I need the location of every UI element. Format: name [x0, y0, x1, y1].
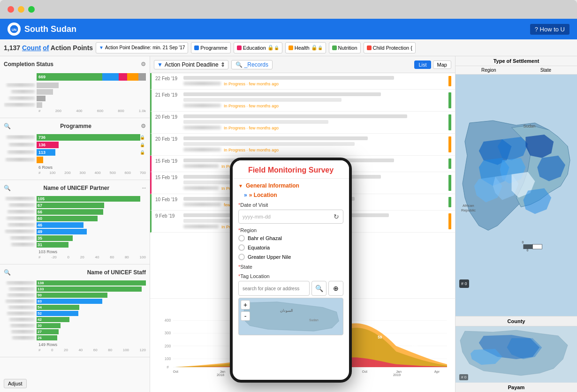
action-count: 1,137 Count of Action Points: [4, 44, 93, 52]
date-col: 21 Feb '19: [155, 92, 183, 108]
header-logo: UN South Sudan: [8, 23, 76, 36]
bar-row: 133: [4, 286, 146, 292]
svg-text:300: 300: [165, 331, 171, 335]
health-chip[interactable]: Health 🔒: [285, 42, 326, 53]
location-button[interactable]: ⊕: [328, 281, 343, 296]
tag-location-field: *Tag Location 🔍 ⊕ السودان Sudan: [238, 273, 343, 335]
list-toggle-btn[interactable]: List: [414, 60, 431, 69]
mini-map-svg: السودان Sudan: [239, 298, 343, 335]
search-box[interactable]: 🔍 _Records: [231, 60, 273, 69]
more-icon[interactable]: ···: [142, 186, 146, 191]
search-icon-partner[interactable]: 🔍: [4, 185, 11, 191]
search-button[interactable]: 🔍: [311, 281, 326, 296]
mobile-card: Field Monitoring Survey General Informat…: [230, 158, 352, 383]
unicef-partner-title: 🔍 Name of UNICEF Partner ···: [0, 183, 150, 193]
content-col: In Progress · few months ago: [183, 114, 447, 130]
bar-row: [4, 157, 146, 163]
gear-icon[interactable]: ⚙: [141, 61, 146, 68]
bar-row: 83: [4, 299, 146, 304]
map-zoom-in-button[interactable]: +: [241, 300, 250, 309]
bar-row: 138: [4, 280, 146, 286]
svg-text:Apr: Apr: [434, 369, 440, 374]
content-col: In Progress · few months ago: [183, 136, 447, 152]
svg-text:2018: 2018: [217, 373, 224, 377]
svg-rect-33: [532, 244, 542, 249]
county-panel: County: [456, 316, 577, 326]
general-info-section: General Information » » Location *Date o…: [238, 182, 343, 335]
bar-row: [4, 102, 146, 108]
refresh-icon[interactable]: ↻: [334, 213, 339, 220]
bar-row: [4, 96, 146, 101]
axis: #100200300400500600700: [4, 171, 146, 175]
map-header: Type of Settlement: [456, 56, 577, 66]
map-preview: السودان Sudan + -: [238, 298, 343, 335]
date-col: 15 Feb '19: [155, 175, 183, 191]
svg-text:African: African: [463, 204, 474, 208]
unicef-partner-section: 🔍 Name of UNICEF Partner ··· 105 67: [0, 180, 150, 264]
action-points-label: List Map: [412, 60, 451, 69]
partner-rows-count: 103 Rows: [4, 249, 146, 255]
search-icon-programme[interactable]: 🔍: [4, 123, 11, 129]
bar-row: 736 🔒: [4, 134, 146, 141]
count-link[interactable]: Count: [22, 44, 41, 52]
map-svg: Sudan African Republic 0 0: [456, 75, 577, 316]
date-col: 20 Feb '19: [155, 114, 183, 130]
search-icon-staff[interactable]: 🔍: [4, 269, 11, 276]
svg-text:Oct: Oct: [362, 369, 367, 374]
deadline-select[interactable]: ▼ Action Point Deadline ⇕: [154, 60, 228, 69]
equatoria-radio[interactable]: Equatoria: [238, 244, 343, 251]
county-map[interactable]: # 0: [456, 326, 577, 382]
list-item[interactable]: 21 Feb '19 In Progress · few months ago: [150, 90, 455, 112]
deadline-filter-chip[interactable]: ▼ Action Point Deadline: min. 21 Sep '17: [96, 42, 188, 53]
education-chip[interactable]: Education 🔒: [234, 42, 282, 53]
content-col: In Progress · few months ago: [183, 76, 447, 86]
nutrition-chip[interactable]: Nutrition: [329, 42, 361, 53]
bar-row: 113 🔒: [4, 149, 146, 156]
radio-icon: [238, 244, 245, 251]
bar-row: 31: [4, 242, 146, 248]
svg-text:UN: UN: [12, 28, 16, 31]
programme-chip[interactable]: Programme: [191, 42, 230, 53]
completion-status-section: Completion Status ⚙ 669: [0, 56, 150, 118]
svg-text:Republic: Republic: [461, 208, 476, 212]
date-col: 10 Feb '19: [155, 197, 183, 207]
general-info-header: General Information: [238, 182, 343, 189]
mobile-inner: Field Monitoring Survey General Informat…: [233, 160, 349, 380]
map-zoom-out-button[interactable]: -: [241, 311, 250, 321]
bar-row: 30: [4, 323, 146, 328]
child-protection-chip[interactable]: Child Protection {: [364, 42, 416, 53]
map-toggle-btn[interactable]: Map: [433, 60, 451, 69]
greater-upper-nile-radio[interactable]: Greater Upper Nile: [238, 254, 343, 260]
bahr-el-ghazal-radio[interactable]: Bahr el Ghazal: [238, 235, 343, 241]
county-svg: [456, 326, 577, 383]
mobile-content: General Information » » Location *Date o…: [233, 179, 349, 380]
main-toolbar: 1,137 Count of Action Points ▼ Action Po…: [0, 39, 577, 56]
programme-section: 🔍 Programme ⚙ 736 🔒: [0, 118, 150, 180]
app-header: UN South Sudan ? How to U: [0, 19, 577, 39]
svg-text:100: 100: [165, 357, 171, 361]
maximize-button[interactable]: [28, 6, 35, 13]
tag-location-input[interactable]: [238, 281, 310, 296]
adjust-button[interactable]: Adjust: [4, 379, 27, 388]
bar-row: 49: [4, 229, 146, 234]
right-panel: Type of Settlement Region State: [455, 56, 577, 392]
gear-icon-programme[interactable]: ⚙: [141, 123, 146, 129]
bar-row: 105: [4, 196, 146, 202]
deadline-icon: ▼: [157, 61, 163, 68]
radio-icon: [238, 235, 245, 241]
close-button[interactable]: [8, 6, 14, 13]
bar-row: 27: [4, 329, 146, 334]
how-to-button[interactable]: ? How to U: [530, 24, 569, 35]
list-item[interactable]: 20 Feb '19 In Progress · few months ago: [150, 134, 455, 156]
bar-row: 90: [4, 293, 146, 298]
list-item[interactable]: 20 Feb '19 In Progress · few months ago: [150, 112, 455, 134]
date-input[interactable]: yyyy-mm-dd ↻: [238, 210, 343, 224]
mobile-header: Field Monitoring Survey: [233, 160, 349, 179]
map-area[interactable]: Sudan African Republic 0 0 # 0: [456, 75, 577, 316]
list-item[interactable]: 22 Feb '19 In Progress · few months ago: [150, 73, 455, 90]
minimize-button[interactable]: [18, 6, 24, 13]
svg-text:400: 400: [165, 318, 171, 323]
svg-text:2019: 2019: [393, 373, 401, 377]
staff-rows-count: 149 Rows: [4, 341, 146, 348]
svg-text:200: 200: [165, 344, 171, 348]
